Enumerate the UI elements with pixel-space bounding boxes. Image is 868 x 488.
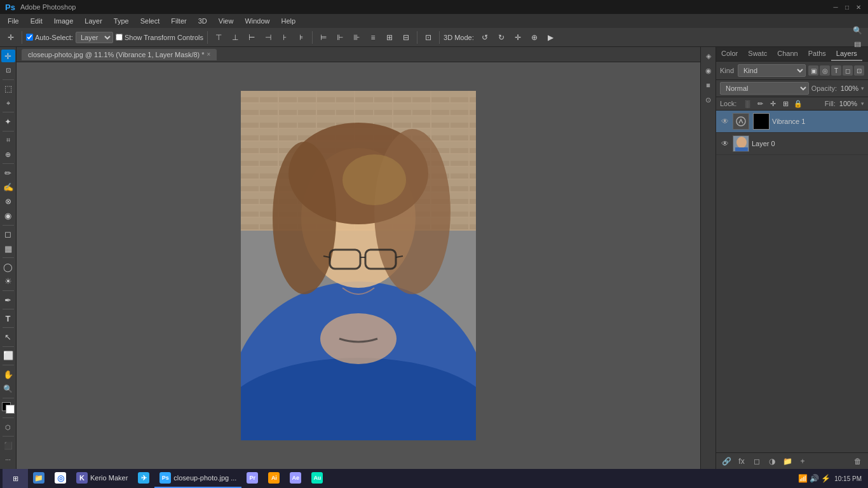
menu-item-window[interactable]: Window xyxy=(240,16,275,26)
3d-roll[interactable]: ↻ xyxy=(494,30,508,44)
history-brush-tool[interactable]: ◉ xyxy=(1,209,15,222)
new-layer-button[interactable]: + xyxy=(796,456,809,467)
lock-all-icon[interactable]: 🔒 xyxy=(794,99,803,108)
layers-tab[interactable]: Layers xyxy=(831,47,862,61)
3d-scale[interactable]: ▶ xyxy=(544,30,558,44)
channels-tab[interactable]: Chann xyxy=(772,47,803,61)
3d-slide[interactable]: ⊕ xyxy=(527,30,541,44)
lock-artboard-icon[interactable]: ⊞ xyxy=(781,99,790,108)
filter-shape-icon[interactable]: ◻ xyxy=(843,65,853,76)
filter-smart-icon[interactable]: ⊡ xyxy=(854,65,864,76)
move-tool[interactable]: ✛ xyxy=(1,50,15,62)
align-vertical-centers[interactable]: ⊥ xyxy=(228,30,242,44)
distribute-right[interactable]: ⊟ xyxy=(399,30,413,44)
hand-tool[interactable]: ✋ xyxy=(1,368,15,381)
filter-adjust-icon[interactable]: ◎ xyxy=(820,65,830,76)
menu-item-edit[interactable]: Edit xyxy=(25,16,48,26)
menu-item-filter[interactable]: Filter xyxy=(166,16,191,26)
lock-position-icon[interactable]: ✛ xyxy=(768,99,777,108)
distribute-bottom[interactable]: ⊪ xyxy=(349,30,363,44)
layers-panel-icon[interactable]: ≡ xyxy=(702,79,715,92)
magic-wand-tool[interactable]: ✦ xyxy=(1,115,15,128)
paths-tab[interactable]: Paths xyxy=(803,47,831,61)
crop-tool[interactable]: ⌗ xyxy=(1,134,15,147)
eyedropper-tool[interactable]: ⊕ xyxy=(1,148,15,161)
distribute-left[interactable]: ≡ xyxy=(366,30,380,44)
blur-tool[interactable]: ◯ xyxy=(1,261,15,273)
delete-layer-button[interactable]: 🗑 xyxy=(851,456,864,467)
distribute-hcenter[interactable]: ⊞ xyxy=(383,30,397,44)
shape-tool[interactable]: ⬜ xyxy=(1,349,15,362)
taskbar-app-chrome[interactable]: ◎ xyxy=(50,469,71,488)
taskbar-app-explorer[interactable]: 📁 xyxy=(28,469,50,488)
gradient-tool[interactable]: ▦ xyxy=(1,242,15,255)
clone-stamp-tool[interactable]: ⊗ xyxy=(1,195,15,208)
align-right-edges[interactable]: ⊧ xyxy=(294,30,308,44)
color-panel-icon[interactable]: ◈ xyxy=(702,50,715,62)
tab-close-button[interactable]: × xyxy=(207,51,211,58)
show-transform-checkbox[interactable]: Show Transform Controls xyxy=(116,34,203,41)
selection-tool[interactable]: ⬚ xyxy=(1,83,15,95)
type-tool[interactable]: T xyxy=(1,312,15,325)
taskbar-app-telegram[interactable]: ✈ xyxy=(133,469,154,488)
opacity-arrow[interactable]: ▾ xyxy=(861,85,864,92)
menu-item-select[interactable]: Select xyxy=(135,16,165,26)
align-bottom-edges[interactable]: ⊢ xyxy=(245,30,259,44)
move-tool-active[interactable]: ✛ xyxy=(4,30,18,44)
3d-rotate[interactable]: ↺ xyxy=(478,30,492,44)
menu-item-help[interactable]: Help xyxy=(276,16,301,26)
taskbar-app-illustrator[interactable]: Ai xyxy=(263,469,285,488)
lasso-tool[interactable]: ⌖ xyxy=(1,97,15,109)
link-layers-button[interactable]: 🔗 xyxy=(720,456,733,467)
auto-select-checkbox[interactable]: Auto-Select: xyxy=(26,34,73,41)
more-tools-button[interactable]: ··· xyxy=(1,454,15,466)
taskbar-app-premiere[interactable]: Pr xyxy=(241,469,263,488)
spot-heal-tool[interactable]: ✏ xyxy=(1,166,15,179)
filter-pixel-icon[interactable]: ▣ xyxy=(808,65,818,76)
quick-mask-mode[interactable]: ⬡ xyxy=(1,421,15,433)
layers-filter-dropdown[interactable]: Kind Name Effect Mode Attribute Color xyxy=(738,64,806,77)
distribute-vcenter[interactable]: ⊩ xyxy=(333,30,347,44)
start-button[interactable]: ⊞ xyxy=(3,469,28,488)
search-button[interactable]: 🔍 xyxy=(850,24,864,37)
minimize-button[interactable]: ─ xyxy=(831,3,840,11)
arrange-icon[interactable]: ⊡ xyxy=(421,30,435,44)
screen-mode-button[interactable]: ⬛ xyxy=(1,439,15,452)
add-mask-button[interactable]: ◻ xyxy=(750,456,763,467)
artboard-tool[interactable]: ⊡ xyxy=(1,64,15,76)
layer-item-vibrance[interactable]: 👁 Vibrance 1 xyxy=(716,111,868,133)
taskbar-app-kerio[interactable]: K Kerio Maker xyxy=(71,469,133,488)
taskbar-app-aftereffects[interactable]: Ae xyxy=(285,469,306,488)
pen-tool[interactable]: ✒ xyxy=(1,294,15,306)
menu-item-image[interactable]: Image xyxy=(49,16,79,26)
align-left-edges[interactable]: ⊣ xyxy=(261,30,275,44)
menu-item-3d[interactable]: 3D xyxy=(193,16,212,26)
fill-arrow[interactable]: ▾ xyxy=(861,100,864,107)
auto-select-input[interactable] xyxy=(26,34,33,41)
layer-item-layer0[interactable]: 👁 Layer 0 xyxy=(716,133,868,155)
distribute-top[interactable]: ⊨ xyxy=(316,30,330,44)
taskbar-app-photoshop[interactable]: Ps closeup-photo.jpg ... xyxy=(154,469,241,488)
add-style-button[interactable]: fx xyxy=(735,456,748,467)
menu-item-layer[interactable]: Layer xyxy=(79,16,107,26)
adjustments-panel-icon[interactable]: ⊙ xyxy=(702,93,715,106)
color-tab[interactable]: Color xyxy=(716,47,743,61)
align-top-edges[interactable]: ⊤ xyxy=(212,30,226,44)
brush-tool[interactable]: ✍ xyxy=(1,181,15,194)
layer-visibility-layer0[interactable]: 👁 xyxy=(720,139,730,149)
show-transform-input[interactable] xyxy=(116,34,123,41)
eraser-tool[interactable]: ◻ xyxy=(1,228,15,241)
taskbar-app-audition[interactable]: Au xyxy=(306,469,328,488)
active-tab[interactable]: closeup-photo.jpg @ 11.1% (Vibrance 1, L… xyxy=(22,49,217,60)
auto-select-type[interactable]: Layer Group xyxy=(76,32,113,43)
menu-item-file[interactable]: File xyxy=(3,16,24,26)
menu-item-view[interactable]: View xyxy=(214,16,239,26)
align-horizontal-centers[interactable]: ⊦ xyxy=(278,30,292,44)
layer-visibility-vibrance[interactable]: 👁 xyxy=(720,116,730,126)
new-group-button[interactable]: 📁 xyxy=(781,456,794,467)
close-button[interactable]: ✕ xyxy=(854,3,863,11)
brush-panel-icon[interactable]: ◉ xyxy=(702,64,715,77)
swatches-tab[interactable]: Swatc xyxy=(743,47,772,61)
blend-mode-dropdown[interactable]: Normal Dissolve Multiply Screen Overlay xyxy=(720,82,809,95)
foreground-background-colors[interactable] xyxy=(2,402,15,414)
